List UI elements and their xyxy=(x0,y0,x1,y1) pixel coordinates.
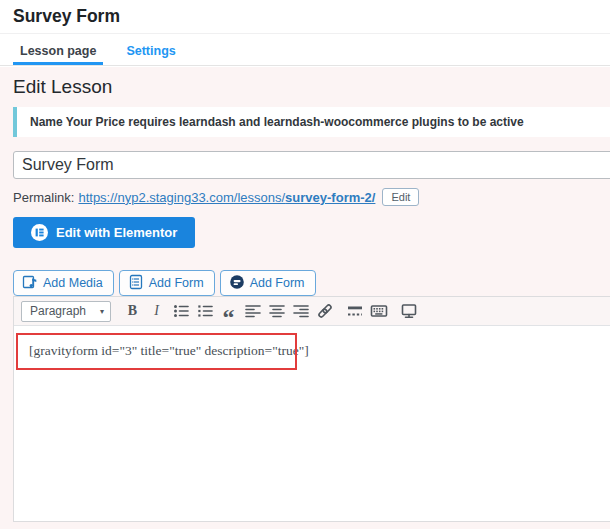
bold-icon[interactable]: B xyxy=(122,301,143,321)
align-right-icon[interactable] xyxy=(290,301,311,321)
permalink-row: Permalink: https://nyp2.staging33.com/le… xyxy=(13,188,419,206)
gravityform-shortcode-text: [gravityform id="3" title="true" descrip… xyxy=(29,343,309,359)
gravity-form-icon xyxy=(128,274,144,293)
elementor-logo-icon xyxy=(31,224,48,241)
chevron-down-icon: ▾ xyxy=(100,307,104,316)
permalink-edit-button[interactable]: Edit xyxy=(382,188,419,206)
paragraph-dropdown-label: Paragraph xyxy=(30,304,86,318)
media-icon xyxy=(22,274,38,293)
tab-bar: Lesson page Settings xyxy=(0,34,610,66)
lesson-title-input[interactable] xyxy=(13,151,610,179)
tab-settings[interactable]: Settings xyxy=(119,36,182,65)
paragraph-format-dropdown[interactable]: Paragraph ▾ xyxy=(21,301,111,322)
blockquote-icon[interactable]: “ xyxy=(218,301,239,321)
page-title: Survey Form xyxy=(13,6,120,27)
permalink-label: Permalink: xyxy=(13,190,74,205)
edit-lesson-page: Survey Form Lesson page Settings Edit Le… xyxy=(0,0,610,529)
content-editor: Paragraph ▾ B I “ xyxy=(13,296,610,522)
plugin-notice: Name Your Price requires learndash and l… xyxy=(13,107,610,137)
add-form-button-formidable[interactable]: Add Form xyxy=(220,270,316,296)
editor-toolbar: Paragraph ▾ B I “ xyxy=(14,297,610,326)
formidable-form-icon xyxy=(229,274,245,293)
tab-lesson-page[interactable]: Lesson page xyxy=(13,36,103,65)
add-media-button[interactable]: Add Media xyxy=(13,270,114,296)
add-form-gravity-label: Add Form xyxy=(149,276,204,290)
monitor-icon[interactable] xyxy=(398,301,419,321)
edit-lesson-heading: Edit Lesson xyxy=(13,76,112,98)
media-buttons-row: Add Media Add Form Add Form xyxy=(13,270,316,296)
align-center-icon[interactable] xyxy=(266,301,287,321)
align-left-icon[interactable] xyxy=(242,301,263,321)
keyboard-icon[interactable] xyxy=(368,301,389,321)
italic-icon[interactable]: I xyxy=(146,301,167,321)
plugin-notice-text: Name Your Price requires learndash and l… xyxy=(30,115,524,129)
edit-with-elementor-button[interactable]: Edit with Elementor xyxy=(13,217,195,248)
elementor-button-label: Edit with Elementor xyxy=(56,225,177,240)
permalink-base: https://nyp2.staging33.com/lessons/ xyxy=(78,190,285,205)
permalink-link[interactable]: https://nyp2.staging33.com/lessons/surve… xyxy=(78,190,375,205)
link-icon[interactable] xyxy=(314,301,335,321)
more-tag-icon[interactable] xyxy=(344,301,365,321)
permalink-slug: survey-form-2/ xyxy=(285,190,375,205)
editor-content-area[interactable]: [gravityform id="3" title="true" descrip… xyxy=(14,326,610,521)
add-form-button-gravity[interactable]: Add Form xyxy=(119,270,215,296)
numbered-list-icon[interactable] xyxy=(194,301,215,321)
add-form-formidable-label: Add Form xyxy=(250,276,305,290)
bullet-list-icon[interactable] xyxy=(170,301,191,321)
add-media-label: Add Media xyxy=(43,276,103,290)
